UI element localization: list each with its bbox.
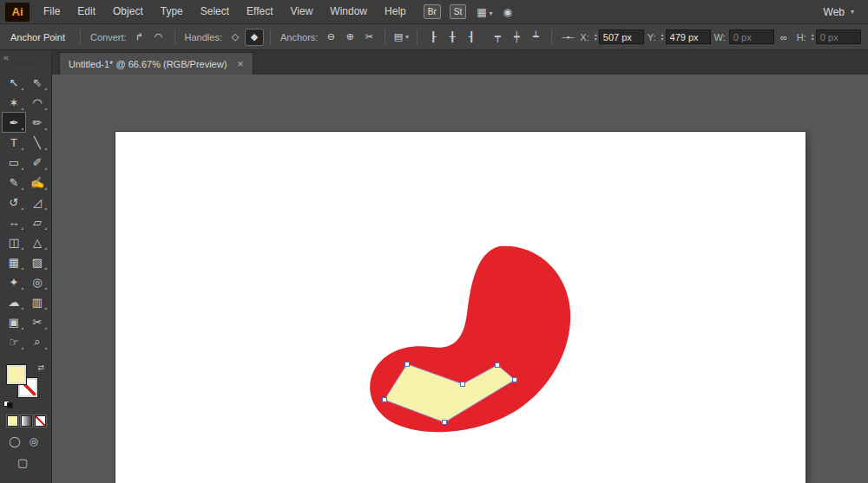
align-h-center-icon[interactable]: ╂ — [444, 29, 461, 45]
close-icon[interactable]: ✕ — [237, 60, 244, 69]
pen-tool[interactable]: ✒ — [3, 113, 25, 132]
lasso-tool[interactable]: ◠ — [26, 93, 49, 112]
color-button[interactable] — [7, 415, 18, 427]
x-input[interactable] — [599, 29, 644, 44]
workspace-switcher[interactable]: Web ▾ — [824, 6, 854, 18]
anchor-point[interactable] — [513, 378, 517, 382]
menu-help[interactable]: Help — [376, 0, 415, 23]
anchor-point[interactable] — [405, 362, 410, 367]
gradient-tool[interactable]: ▨ — [26, 252, 49, 271]
artboard[interactable] — [115, 132, 806, 483]
convert-to-smooth-icon[interactable]: ◠ — [150, 29, 168, 45]
sync-status-icon[interactable]: ◉ — [503, 6, 512, 18]
selection-tool[interactable]: ↖ — [3, 73, 25, 92]
none-button[interactable] — [35, 415, 46, 427]
mesh-tool[interactable]: ▦ — [3, 252, 25, 271]
anchors-label: Anchors: — [280, 32, 318, 42]
slice-tool[interactable]: ✂ — [26, 312, 49, 331]
anchor-point[interactable] — [496, 363, 500, 368]
hand-tool[interactable]: ☞ — [3, 332, 25, 351]
control-bar: Anchor Point Convert: ↱ ◠ Handles: ◇ ◆ A… — [0, 24, 868, 50]
y-stepper[interactable]: ▴▾ — [661, 33, 664, 42]
isolate-selection-icon[interactable]: ▤▾ — [392, 29, 410, 45]
constrain-proportions-icon[interactable]: ∞ — [775, 29, 792, 45]
draw-normal-icon[interactable]: ◯ — [9, 435, 20, 447]
hide-handles-icon[interactable]: ◇ — [227, 29, 244, 45]
document-tab[interactable]: Untitled-1* @ 66.67% (RGB/Preview) ✕ — [59, 52, 253, 75]
magic-wand-tool[interactable]: ✶ — [3, 93, 25, 112]
eyedropper-tool[interactable]: ✦ — [3, 272, 25, 291]
draw-behind-icon[interactable]: ◎ — [29, 435, 37, 447]
chevron-down-icon: ▾ — [851, 8, 854, 16]
column-graph-tool[interactable]: ▥ — [26, 292, 49, 311]
menu-effect[interactable]: Effect — [238, 0, 281, 23]
bridge-button[interactable]: Br — [424, 4, 441, 19]
divider — [80, 29, 81, 45]
direct-selection-tool[interactable]: ⇖ — [26, 73, 49, 92]
tools-panel-header: « — [0, 50, 51, 64]
menu-type[interactable]: Type — [152, 0, 192, 23]
menu-view[interactable]: View — [282, 0, 322, 23]
shaper-tool[interactable]: ✍ — [26, 173, 49, 192]
free-transform-tool[interactable]: ▱ — [26, 212, 49, 232]
show-handles-icon[interactable]: ◆ — [246, 29, 263, 45]
blend-tool[interactable]: ◎ — [26, 272, 49, 291]
stepper-down-icon: ▾ — [661, 37, 664, 42]
remove-anchor-icon[interactable]: ⊖ — [322, 29, 339, 45]
symbol-sprayer-tool[interactable]: ☁ — [3, 292, 25, 311]
collapse-panel-icon[interactable]: « — [3, 52, 9, 62]
cut-path-icon[interactable]: ✂ — [360, 29, 378, 45]
scale-tool[interactable]: ◿ — [26, 193, 49, 212]
curvature-tool[interactable]: ✏ — [26, 113, 49, 132]
canvas-pasteboard[interactable] — [52, 75, 868, 483]
artboard-tool[interactable]: ▣ — [3, 312, 25, 331]
menu-file[interactable]: File — [35, 0, 69, 23]
width-tool[interactable]: ↔ — [3, 212, 25, 232]
fill-swatch[interactable] — [7, 365, 26, 384]
screen-mode-icon[interactable]: ▢ — [17, 456, 51, 469]
h-label: H: — [797, 32, 806, 42]
rectangle-tool[interactable]: ▭ — [3, 153, 25, 172]
h-stepper[interactable]: ▴▾ — [812, 33, 814, 42]
anchor-point[interactable] — [383, 398, 387, 402]
w-input[interactable] — [729, 29, 774, 44]
divider — [270, 29, 271, 45]
y-input[interactable] — [666, 29, 711, 44]
workspace-label: Web — [824, 6, 845, 18]
align-top-icon[interactable]: ┯ — [489, 29, 506, 45]
x-label: X: — [580, 32, 589, 42]
zoom-tool[interactable]: ⌕ — [26, 332, 49, 351]
h-input[interactable] — [816, 29, 861, 44]
anchor-point[interactable] — [443, 421, 447, 425]
connect-anchors-icon[interactable]: ⊕ — [341, 29, 358, 45]
convert-to-corner-icon[interactable]: ↱ — [131, 29, 148, 45]
gradient-button[interactable] — [21, 415, 32, 427]
reference-point-icon[interactable]: ─▪─ — [562, 33, 573, 42]
align-bottom-icon[interactable]: ┷ — [527, 29, 544, 45]
menu-window[interactable]: Window — [321, 0, 376, 23]
y-label: Y: — [648, 32, 656, 42]
line-segment-tool[interactable]: ╲ — [26, 133, 49, 152]
arrange-documents-icon[interactable]: ▦▾ — [477, 6, 492, 18]
menu-select[interactable]: Select — [192, 0, 238, 23]
perspective-grid-tool[interactable]: △ — [26, 232, 49, 251]
stock-button[interactable]: St — [450, 4, 466, 19]
paintbrush-tool[interactable]: ✐ — [26, 153, 49, 172]
tools-panel: « ∙∙∙∙∙∙ ↖⇖✶◠✒✏T╲▭✐✎✍↺◿↔▱◫△▦▨✦◎☁▥▣✂☞⌕ ⇄ … — [0, 50, 52, 483]
convert-label: Convert: — [90, 32, 127, 42]
align-right-icon[interactable]: ┨ — [463, 29, 480, 45]
align-v-center-icon[interactable]: ┿ — [508, 29, 525, 45]
panel-grip[interactable]: ∙∙∙∙∙∙ — [0, 64, 51, 73]
default-fill-stroke-icon[interactable] — [3, 399, 13, 408]
x-stepper[interactable]: ▴▾ — [595, 33, 597, 42]
rotate-tool[interactable]: ↺ — [3, 193, 25, 212]
align-left-icon[interactable]: ┠ — [424, 29, 442, 45]
swap-fill-stroke-icon[interactable]: ⇄ — [37, 363, 44, 372]
type-tool[interactable]: T — [3, 133, 25, 152]
document-tab-bar: Untitled-1* @ 66.67% (RGB/Preview) ✕ — [52, 50, 868, 75]
pencil-tool[interactable]: ✎ — [3, 173, 25, 192]
shape-builder-tool[interactable]: ◫ — [3, 232, 25, 251]
anchor-point[interactable] — [461, 382, 465, 387]
menu-edit[interactable]: Edit — [69, 0, 104, 23]
menu-object[interactable]: Object — [104, 0, 152, 23]
